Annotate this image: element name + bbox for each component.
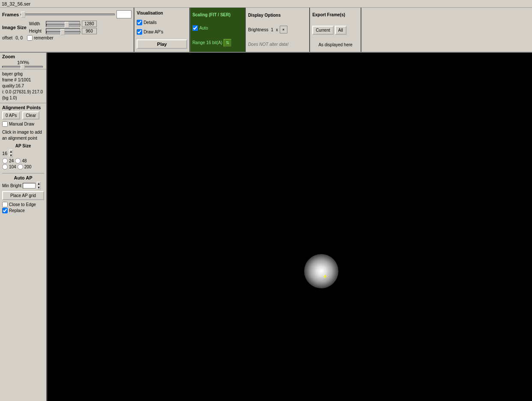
canvas-area[interactable]: + bbox=[47, 53, 532, 401]
size-24-label: 24 bbox=[9, 159, 14, 163]
size-200-radio[interactable] bbox=[18, 164, 23, 170]
range-row: Range 16 bit(A) ⇅ bbox=[192, 39, 243, 47]
as-displayed-text: As displayed here bbox=[312, 42, 359, 47]
place-ap-grid-button[interactable]: Place AP grid bbox=[2, 191, 44, 200]
display-section: Display Options Brightness 1 x ☀ Does NO… bbox=[246, 8, 310, 52]
zoom-label: Zoom bbox=[2, 54, 44, 59]
size-104-radio[interactable] bbox=[2, 164, 8, 170]
frames-label: Frames bbox=[2, 12, 19, 17]
range-label: Range 16 bit(A) bbox=[192, 40, 222, 45]
auto-ap-section: Auto AP Min Bright 145 ▲ ▼ Place AP grid… bbox=[2, 173, 44, 213]
close-to-edge-row: Close to Edge bbox=[2, 202, 44, 207]
ap-size-spinner: ▲ ▼ bbox=[9, 150, 13, 157]
height-row: Height 960 bbox=[29, 28, 97, 34]
image-size-row: Image Size Width 1280 Height 960 bbox=[2, 20, 132, 35]
brightness-value: 1 bbox=[271, 27, 273, 32]
manual-draw-checkbox[interactable] bbox=[2, 121, 8, 127]
frames-slider[interactable] bbox=[21, 14, 115, 15]
replace-label: Replace bbox=[9, 208, 25, 213]
ap-size-down-button[interactable]: ▼ bbox=[9, 153, 13, 157]
auto-checkbox[interactable] bbox=[192, 25, 198, 31]
auto-label: Auto bbox=[199, 26, 208, 30]
close-to-edge-checkbox[interactable] bbox=[2, 202, 8, 207]
height-range[interactable] bbox=[46, 31, 81, 33]
ap-top-row: 0 APs Clear bbox=[2, 111, 44, 120]
frames-number-input[interactable]: 1 bbox=[117, 10, 132, 18]
size-200-label: 200 bbox=[24, 165, 32, 169]
range-btn[interactable]: ⇅ bbox=[224, 39, 231, 47]
ap-count-button[interactable]: 0 APs bbox=[2, 111, 20, 120]
min-bright-down-button[interactable]: ▼ bbox=[37, 186, 41, 189]
image-size-label: Image Size bbox=[2, 25, 27, 30]
min-bright-row: Min Bright 145 ▲ ▼ bbox=[2, 182, 44, 189]
draw-aps-row: Draw AP's bbox=[137, 29, 187, 35]
size-inputs: Width 1280 Height 960 bbox=[29, 21, 97, 34]
min-bright-input[interactable]: 145 bbox=[23, 183, 36, 189]
export-label: Export Frame(s) bbox=[312, 12, 359, 17]
details-label: Details bbox=[143, 20, 157, 25]
scaling-section: Scaling (FIT / SER) Auto Range 16 bit(A)… bbox=[190, 8, 246, 52]
coords-info: i: 0.0 (27631.9) 217.0 (bg 1.0) bbox=[2, 89, 44, 101]
min-bright-up-button[interactable]: ▲ bbox=[37, 182, 41, 186]
width-range[interactable] bbox=[46, 24, 81, 26]
does-not-alter-text: Does NOT alter data! bbox=[248, 42, 307, 47]
info-section: bayer grbg frame # 1/1001 quality:16.7 i… bbox=[0, 69, 46, 103]
replace-checkbox[interactable] bbox=[2, 208, 8, 213]
details-checkbox[interactable] bbox=[137, 20, 142, 25]
size-48-label: 48 bbox=[22, 159, 27, 163]
current-button[interactable]: Current bbox=[312, 26, 333, 35]
width-label: Width bbox=[29, 21, 44, 26]
auto-row: Auto bbox=[192, 25, 243, 31]
visualisation-section: Visualisation Details Draw AP's Play bbox=[134, 8, 190, 52]
zoom-slider-row bbox=[2, 66, 44, 68]
width-value: 1280 bbox=[82, 21, 97, 27]
zoom-slider[interactable] bbox=[2, 66, 43, 68]
export-btns-row: Current All bbox=[312, 25, 359, 36]
width-slider[interactable] bbox=[46, 21, 80, 27]
display-label: Display Options bbox=[248, 13, 307, 18]
export-section: Export Frame(s) Current All As displayed… bbox=[310, 8, 362, 52]
main-layout: Zoom 100% bayer grbg frame # 1/1001 qual… bbox=[0, 53, 532, 401]
brightness-up-icon[interactable]: ☀ bbox=[280, 26, 287, 33]
offset-remember-row: offset 0, 0 remember bbox=[2, 35, 132, 41]
brightness-unit: x bbox=[276, 27, 278, 32]
star-crosshair: + bbox=[323, 273, 326, 280]
frame-info: frame # 1/1001 bbox=[2, 77, 44, 83]
offset-row: offset 0, 0 bbox=[2, 36, 23, 40]
manual-draw-row: Manual Draw bbox=[2, 121, 44, 127]
quality-info: quality:16.7 bbox=[2, 83, 44, 89]
all-button[interactable]: All bbox=[335, 26, 347, 35]
ap-title: Alignment Points bbox=[2, 105, 44, 110]
brightness-row: Brightness 1 x ☀ bbox=[248, 26, 307, 33]
draw-aps-checkbox[interactable] bbox=[137, 29, 142, 35]
click-instruction: Click in image to add an alignment point bbox=[2, 129, 44, 141]
draw-aps-label: Draw AP's bbox=[143, 30, 163, 34]
manual-draw-label: Manual Draw bbox=[9, 122, 34, 126]
size-104-row: 104 200 bbox=[2, 164, 44, 170]
ap-size-value: 16 bbox=[2, 151, 7, 156]
size-104-label: 104 bbox=[9, 165, 16, 169]
details-row: Details bbox=[137, 19, 187, 26]
star-glow bbox=[304, 254, 338, 288]
min-bright-spinner: ▲ ▼ bbox=[37, 182, 41, 189]
zoom-section: Zoom 100% bbox=[0, 53, 46, 69]
auto-ap-label: Auto AP bbox=[2, 175, 44, 180]
width-row: Width 1280 bbox=[29, 21, 97, 27]
height-slider[interactable] bbox=[46, 28, 80, 34]
play-button[interactable]: Play bbox=[137, 39, 187, 49]
ap-size-up-button[interactable]: ▲ bbox=[9, 150, 13, 153]
frames-section: Frames 1 Image Size Width 1280 Height bbox=[0, 8, 134, 52]
bayer-info: bayer grbg bbox=[2, 71, 44, 77]
ap-size-label: AP Size bbox=[2, 144, 44, 148]
clear-button[interactable]: Clear bbox=[22, 111, 39, 120]
min-bright-label: Min Bright bbox=[2, 183, 21, 188]
title-bar: 18_32_56.ser bbox=[0, 0, 532, 8]
size-48-radio[interactable] bbox=[15, 158, 21, 164]
scaling-label: Scaling (FIT / SER) bbox=[192, 12, 243, 17]
click-instruction-text: Click in image to add an alignment point bbox=[2, 130, 42, 141]
offset-value: 0, 0 bbox=[15, 36, 23, 40]
title-text: 18_32_56.ser bbox=[2, 1, 30, 6]
remember-checkbox[interactable] bbox=[27, 35, 33, 41]
ap-size-row: 16 ▲ ▼ bbox=[2, 150, 44, 157]
size-24-radio[interactable] bbox=[2, 158, 8, 164]
